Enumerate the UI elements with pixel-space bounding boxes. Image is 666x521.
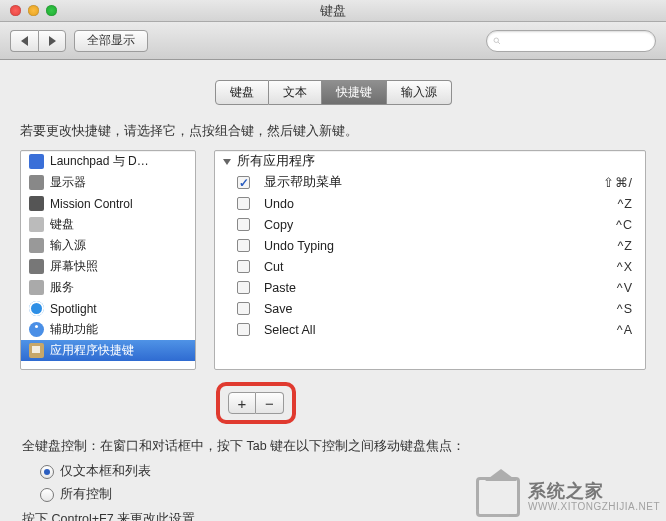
shortcut-label: Select All: [264, 323, 617, 337]
close-button[interactable]: [10, 5, 21, 16]
fka-option-label: 所有控制: [60, 486, 112, 503]
svg-point-0: [494, 38, 499, 43]
shortcut-row[interactable]: Undo Typing^Z: [215, 235, 645, 256]
display-icon: [29, 175, 44, 190]
toolbar: 全部显示: [0, 22, 666, 60]
shortcut-label: Cut: [264, 260, 617, 274]
shortcut-row[interactable]: Paste^V: [215, 277, 645, 298]
fka-option-label: 仅文本框和列表: [60, 463, 151, 480]
disclosure-triangle-icon: [223, 159, 231, 165]
category-label: Spotlight: [50, 302, 97, 316]
shortcut-label: Undo: [264, 197, 617, 211]
category-label: 键盘: [50, 216, 74, 233]
accessibility-icon: [29, 322, 44, 337]
category-label: 服务: [50, 279, 74, 296]
category-item[interactable]: Mission Control: [21, 193, 195, 214]
checkbox[interactable]: [237, 281, 250, 294]
minimize-button[interactable]: [28, 5, 39, 16]
house-icon: [476, 477, 520, 517]
checkbox[interactable]: [237, 197, 250, 210]
checkbox[interactable]: [237, 323, 250, 336]
category-item[interactable]: Spotlight: [21, 298, 195, 319]
category-item[interactable]: 应用程序快捷键: [21, 340, 195, 361]
shortcut-label: Copy: [264, 218, 616, 232]
category-label: 应用程序快捷键: [50, 342, 134, 359]
shortcut-label: Undo Typing: [264, 239, 617, 253]
watermark-cn: 系统之家: [528, 482, 660, 502]
mission-icon: [29, 196, 44, 211]
shortcut-row[interactable]: Select All^A: [215, 319, 645, 340]
shortcut-key: ^S: [617, 302, 633, 316]
category-item[interactable]: 键盘: [21, 214, 195, 235]
checkbox[interactable]: [237, 239, 250, 252]
spotlight-icon: [29, 301, 44, 316]
category-item[interactable]: Launchpad 与 D…: [21, 151, 195, 172]
appshortcut-icon: [29, 343, 44, 358]
category-label: 显示器: [50, 174, 86, 191]
category-item[interactable]: 显示器: [21, 172, 195, 193]
shortcut-row[interactable]: Undo^Z: [215, 193, 645, 214]
category-label: Mission Control: [50, 197, 133, 211]
keyboard-icon: [29, 217, 44, 232]
category-label: 输入源: [50, 237, 86, 254]
category-list[interactable]: Launchpad 与 D…显示器Mission Control键盘输入源屏幕快…: [20, 150, 196, 370]
fka-title: 全键盘控制：在窗口和对话框中，按下 Tab 键在以下控制之间移动键盘焦点：: [22, 438, 644, 455]
shortcut-row[interactable]: 显示帮助菜单⇧⌘/: [215, 172, 645, 193]
input-icon: [29, 238, 44, 253]
zoom-button[interactable]: [46, 5, 57, 16]
category-item[interactable]: 屏幕快照: [21, 256, 195, 277]
window-title: 键盘: [0, 2, 666, 20]
shortcut-label: 显示帮助菜单: [264, 174, 603, 191]
radio-icon: [40, 465, 54, 479]
shortcut-key: ^Z: [617, 197, 633, 211]
category-item[interactable]: 服务: [21, 277, 195, 298]
watermark-en: WWW.XITONGZHIJIA.NET: [528, 501, 660, 512]
services-icon: [29, 280, 44, 295]
shortcut-key: ^X: [617, 260, 633, 274]
tab-3[interactable]: 输入源: [387, 80, 452, 105]
checkbox[interactable]: [237, 302, 250, 315]
remove-button[interactable]: −: [256, 392, 284, 414]
radio-icon: [40, 488, 54, 502]
shortcut-list[interactable]: 所有应用程序显示帮助菜单⇧⌘/Undo^ZCopy^CUndo Typing^Z…: [214, 150, 646, 370]
chevron-right-icon: [49, 36, 56, 46]
forward-button[interactable]: [38, 30, 66, 52]
shortcut-row[interactable]: Save^S: [215, 298, 645, 319]
search-icon: [493, 35, 501, 47]
titlebar: 键盘: [0, 0, 666, 22]
instruction-text: 若要更改快捷键，请选择它，点按组合键，然后键入新键。: [20, 123, 646, 140]
checkbox[interactable]: [237, 218, 250, 231]
group-label: 所有应用程序: [237, 153, 315, 170]
watermark: 系统之家 WWW.XITONGZHIJIA.NET: [476, 477, 660, 517]
add-button[interactable]: +: [228, 392, 256, 414]
window-controls: [0, 5, 57, 16]
search-input[interactable]: [505, 34, 655, 48]
shortcut-row[interactable]: Cut^X: [215, 256, 645, 277]
shortcut-label: Save: [264, 302, 617, 316]
highlight-annotation: + −: [216, 382, 296, 424]
category-item[interactable]: 输入源: [21, 235, 195, 256]
show-all-button[interactable]: 全部显示: [74, 30, 148, 52]
category-item[interactable]: 辅助功能: [21, 319, 195, 340]
category-label: 辅助功能: [50, 321, 98, 338]
shortcut-key: ^V: [617, 281, 633, 295]
nav-group: [10, 30, 66, 52]
shortcut-key: ^Z: [617, 239, 633, 253]
chevron-left-icon: [21, 36, 28, 46]
tab-0[interactable]: 键盘: [215, 80, 269, 105]
back-button[interactable]: [10, 30, 38, 52]
shortcut-key: ^C: [616, 218, 633, 232]
screenshot-icon: [29, 259, 44, 274]
shortcut-row[interactable]: Copy^C: [215, 214, 645, 235]
shortcut-key: ^A: [617, 323, 633, 337]
checkbox[interactable]: [237, 176, 250, 189]
shortcut-group[interactable]: 所有应用程序: [215, 151, 645, 172]
search-field[interactable]: [486, 30, 656, 52]
checkbox[interactable]: [237, 260, 250, 273]
category-label: Launchpad 与 D…: [50, 153, 149, 170]
tab-2[interactable]: 快捷键: [322, 80, 387, 105]
svg-line-1: [498, 42, 500, 44]
tab-1[interactable]: 文本: [269, 80, 322, 105]
launchpad-icon: [29, 154, 44, 169]
shortcut-label: Paste: [264, 281, 617, 295]
